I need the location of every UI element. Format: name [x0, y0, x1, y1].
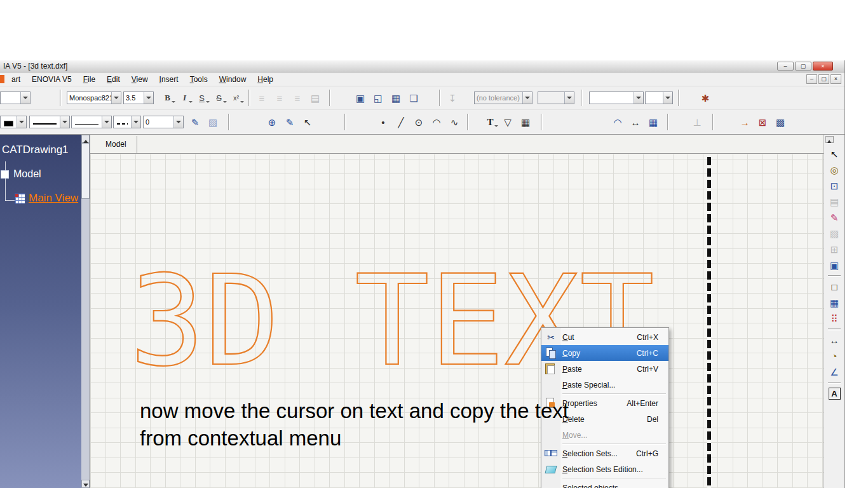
- menu-view[interactable]: View: [126, 72, 154, 86]
- menu-item-copy[interactable]: Copy Ctrl+C: [541, 345, 668, 361]
- menu-item-selected-objects[interactable]: Selected objects: [541, 480, 668, 488]
- isolate-icon[interactable]: ▣: [827, 258, 842, 273]
- paintbrush-icon[interactable]: ✎: [281, 114, 298, 130]
- menu-item-paste[interactable]: Paste Ctrl+V: [541, 361, 668, 377]
- dropdown-arrow-icon[interactable]: [144, 92, 153, 104]
- leader-arrow-icon[interactable]: →: [736, 114, 753, 130]
- bold-button[interactable]: B: [159, 90, 176, 106]
- point-style-combo[interactable]: [113, 116, 141, 128]
- toolbar-grip[interactable]: [541, 114, 543, 130]
- anchor-point-icon[interactable]: ◱: [370, 90, 386, 105]
- tolerance-secondary-combo[interactable]: [538, 92, 574, 104]
- scroll-up-button[interactable]: [81, 135, 90, 143]
- view-node-icon[interactable]: [15, 193, 25, 204]
- table-icon[interactable]: ▦: [517, 114, 534, 130]
- pen-icon[interactable]: ✎: [187, 114, 203, 130]
- tree-node-model[interactable]: Model: [13, 168, 41, 180]
- new-sheet-icon[interactable]: □: [827, 280, 842, 294]
- underline-button[interactable]: S: [193, 90, 210, 106]
- color-combo[interactable]: [0, 116, 27, 128]
- scroll-down-button[interactable]: [81, 480, 90, 488]
- toolbar-grip[interactable]: [248, 90, 250, 106]
- grid-icon[interactable]: ▦: [645, 114, 661, 130]
- dropdown-arrow-icon[interactable]: [634, 92, 643, 104]
- length-dimension-icon[interactable]: ↔: [627, 114, 644, 130]
- menu-enovia[interactable]: ENOVIA V5: [26, 72, 78, 86]
- menu-file[interactable]: File: [78, 72, 101, 86]
- font-combo[interactable]: Monospac821: [67, 92, 121, 104]
- toolbar-grip[interactable]: [581, 90, 583, 106]
- dropdown-arrow-icon[interactable]: [111, 92, 121, 104]
- tolerance-combo[interactable]: (no tolerance): [474, 92, 532, 104]
- start-menu-icon-partial[interactable]: [0, 75, 4, 83]
- text-frame-icon[interactable]: ▣: [352, 90, 369, 105]
- scrollbar-thumb[interactable]: [81, 143, 90, 199]
- zoom-area-icon[interactable]: ⊡: [827, 179, 842, 193]
- selection-arrow-icon[interactable]: ↖: [299, 114, 316, 130]
- drawing-grid[interactable]: 3D TEXT now move the cursor on text and …: [90, 154, 824, 488]
- dimension-style-combo[interactable]: [589, 92, 644, 104]
- tree-node-main-view[interactable]: Main View: [29, 192, 81, 205]
- minimize-button[interactable]: –: [777, 62, 794, 71]
- toolbar-grip[interactable]: [439, 90, 441, 106]
- toolbar-grip[interactable]: [667, 114, 669, 130]
- menu-insert[interactable]: Insert: [154, 72, 184, 86]
- toolbar-grip[interactable]: [344, 114, 346, 130]
- menu-item-cut[interactable]: ✂ Cut Ctrl+X: [541, 329, 668, 345]
- pattern-icon[interactable]: ▩: [772, 114, 789, 130]
- select-cursor-icon[interactable]: ↖: [827, 147, 842, 161]
- menu-edit[interactable]: Edit: [101, 72, 126, 86]
- new-view-icon[interactable]: ▦: [827, 295, 842, 310]
- drawing-canvas[interactable]: Model 3D TEXT now move the cursor on tex…: [90, 135, 824, 488]
- toolbar-grip[interactable]: [467, 114, 469, 130]
- font-size-combo[interactable]: 3.5: [123, 92, 154, 104]
- toolbar-overflow-up-button[interactable]: [825, 136, 834, 143]
- superscript-button[interactable]: x²: [227, 90, 245, 106]
- restore-button[interactable]: ▢: [795, 62, 811, 71]
- grid-points-icon[interactable]: ⠿: [827, 311, 842, 326]
- tab-model[interactable]: Model: [95, 136, 137, 153]
- toolbar-grip[interactable]: [228, 114, 230, 130]
- clipping-view-icon[interactable]: ⊠: [754, 114, 771, 130]
- insert-symbol-icon[interactable]: ▦: [388, 90, 404, 105]
- arc-icon[interactable]: ◠: [428, 114, 445, 130]
- toolbar-grip[interactable]: [712, 114, 714, 130]
- menu-window[interactable]: Window: [214, 72, 252, 86]
- sheet-format-icon[interactable]: ❏: [405, 90, 422, 105]
- toolbar-grip[interactable]: [60, 90, 62, 106]
- circle-icon[interactable]: ⊙: [410, 114, 427, 130]
- dropdown-arrow-icon[interactable]: [663, 92, 672, 104]
- arc-dimension-icon[interactable]: ◠: [609, 114, 626, 130]
- toolbar-grip[interactable]: [329, 90, 331, 106]
- close-button[interactable]: ×: [813, 62, 833, 71]
- line-icon[interactable]: ╱: [393, 114, 409, 130]
- line-weight-combo[interactable]: [71, 116, 112, 128]
- snap-grid-icon[interactable]: ⊕: [264, 114, 280, 130]
- dropdown-arrow-icon[interactable]: [60, 116, 69, 128]
- axis-system-icon[interactable]: ∠: [827, 365, 842, 379]
- toolbar-grip[interactable]: [678, 90, 680, 106]
- insert-object-icon[interactable]: ✱: [697, 90, 714, 105]
- dimension-icon[interactable]: ↔: [827, 333, 842, 348]
- tree-scrollbar[interactable]: [81, 135, 90, 488]
- freehand-icon[interactable]: ✎: [827, 210, 842, 225]
- dropdown-arrow-icon[interactable]: [131, 116, 140, 128]
- spline-icon[interactable]: ∿: [446, 114, 463, 130]
- menu-item-paste-special[interactable]: Paste Special...: [541, 377, 668, 393]
- point-icon[interactable]: •: [375, 114, 391, 130]
- datum-target-icon[interactable]: ▽: [499, 114, 516, 130]
- hatch-pattern-icon[interactable]: ▨: [205, 114, 221, 130]
- menu-help[interactable]: Help: [252, 72, 279, 86]
- dropdown-arrow-icon[interactable]: [102, 116, 111, 128]
- mdi-minimize-button[interactable]: –: [806, 74, 817, 84]
- dimension-precision-combo[interactable]: [645, 92, 673, 104]
- menu-tools[interactable]: Tools: [184, 72, 214, 86]
- layer-combo[interactable]: 0: [143, 116, 184, 128]
- italic-button[interactable]: I: [176, 90, 193, 106]
- text-icon[interactable]: A: [829, 388, 841, 400]
- model-node-icon[interactable]: [1, 170, 9, 179]
- dropdown-arrow-icon[interactable]: [173, 116, 183, 128]
- style-combo[interactable]: [0, 92, 31, 104]
- strikethrough-button[interactable]: S: [210, 90, 227, 106]
- dropdown-arrow-icon[interactable]: [17, 116, 26, 128]
